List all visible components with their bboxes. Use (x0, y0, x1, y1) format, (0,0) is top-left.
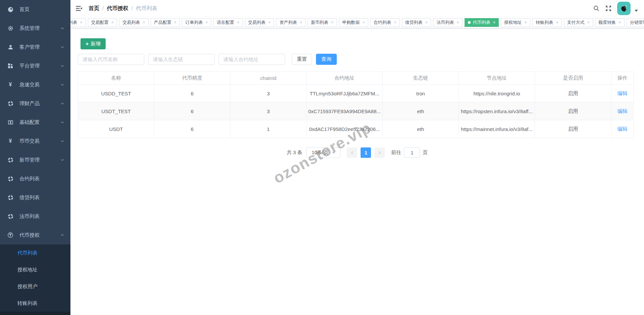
cell-eco-chain: tron (383, 85, 459, 102)
sidebar-item-base-config[interactable]: 基础配置 (0, 113, 70, 132)
sidebar-item-loan-list[interactable]: 借贷列表 (0, 188, 70, 207)
close-icon[interactable] (457, 20, 459, 25)
edit-link[interactable]: 编辑 (618, 126, 628, 132)
page-size-select[interactable]: 10条/页 (306, 147, 340, 158)
cell-chainid: 3 (230, 102, 307, 120)
tab-item[interactable]: 新币列表 (308, 18, 337, 27)
sidebar-item-wealth[interactable]: 理财产品 (0, 94, 70, 113)
close-icon[interactable] (556, 20, 558, 25)
contract-address-input[interactable] (219, 54, 285, 65)
close-icon[interactable] (493, 20, 496, 25)
avatar[interactable] (617, 2, 631, 15)
tab-item[interactable]: 借贷列表 (402, 18, 431, 27)
search-icon[interactable] (593, 5, 600, 12)
tab-label: 转账列表 (536, 19, 553, 26)
tab-item[interactable]: 申购数据 (339, 18, 368, 27)
search-button[interactable]: 查询 (316, 54, 337, 65)
close-icon[interactable] (425, 20, 428, 25)
edit-link[interactable]: 编辑 (618, 90, 628, 96)
navbar: 首页 / 代币授权 / 代币列表 (70, 0, 644, 17)
sidebar-subitem-auth-address[interactable]: 授权地址 (0, 261, 70, 278)
tab-item[interactable]: 资产列表 (276, 18, 306, 27)
close-icon[interactable] (331, 20, 334, 25)
close-icon[interactable] (111, 20, 114, 25)
sidebar-item-label: 理财产品 (19, 100, 60, 107)
add-button[interactable]: 新增 (80, 38, 106, 49)
chevron-down-icon (60, 120, 64, 124)
close-icon[interactable] (619, 20, 621, 25)
sidebar-item-home[interactable]: 首页 (0, 0, 70, 19)
tab-item[interactable]: 订单列表 (182, 18, 211, 27)
goto-label: 前往 (391, 149, 401, 156)
sidebar-item-platform[interactable]: 平台管理 (0, 56, 70, 75)
token-name-input[interactable] (78, 54, 144, 65)
tab-item[interactable]: 支付方式 (564, 18, 593, 27)
sidebar-submenu: 代币列表 授权地址 授权用户 转账列表 (0, 244, 70, 312)
close-icon[interactable] (205, 20, 208, 25)
sidebar-subitem-label: 授权用户 (17, 283, 64, 290)
reset-button[interactable]: 重置 (292, 54, 312, 65)
edit-link[interactable]: 编辑 (618, 108, 628, 114)
breadcrumb-home[interactable]: 首页 (89, 5, 99, 12)
tab-item[interactable]: 授权地址 (501, 18, 530, 27)
table-row: USDT_TEST 6 3 0xC715937FE93A994DE9A88...… (78, 102, 634, 120)
table-header-row: 名称 代币精度 chainId 合约地址 生态链 节点地址 是否启用 操作 (78, 72, 634, 85)
sidebar-item-system[interactable]: 系统管理 (0, 19, 70, 38)
tab-item[interactable]: 产品配置 (151, 18, 180, 27)
tab-item[interactable]: 交易配置 (88, 18, 117, 27)
sidebar-item-customers[interactable]: 客户管理 (0, 38, 70, 56)
component-icon (7, 176, 13, 182)
cell-precision: 6 (154, 102, 230, 120)
sidebar-item-contract-list[interactable]: 合约列表 (0, 169, 70, 188)
close-icon[interactable] (394, 20, 396, 25)
page-1-button[interactable]: 1 (361, 147, 371, 158)
breadcrumb: 首页 / 代币授权 / 代币列表 (89, 5, 157, 12)
tab-item[interactable]: 列表 (70, 18, 86, 27)
sidebar-item-fast-trade[interactable]: ¥ 急速交易 (0, 75, 70, 94)
close-icon[interactable] (300, 20, 302, 25)
goto-page-input[interactable] (404, 147, 420, 158)
navbar-right (593, 2, 638, 15)
next-page-button[interactable] (374, 147, 385, 158)
tab-item-active[interactable]: 代币列表 (465, 18, 499, 27)
close-icon[interactable] (268, 20, 271, 25)
tab-item[interactable]: 交易列表 (119, 18, 149, 27)
tab-item[interactable]: 转账列表 (532, 18, 562, 27)
hamburger-icon[interactable] (75, 5, 83, 12)
close-icon[interactable] (80, 20, 83, 25)
cell-name: USDT (78, 120, 154, 138)
sidebar-subitem-transfer-list[interactable]: 转账列表 (0, 295, 70, 312)
sidebar-item-new-coin[interactable]: 新币管理 (0, 150, 70, 169)
tab-item[interactable]: 额度转换 (595, 18, 625, 27)
sidebar-item-coin-trade[interactable]: ¥ 币币交易 (0, 132, 70, 150)
close-icon[interactable] (524, 20, 527, 25)
breadcrumb-token-auth[interactable]: 代币授权 (107, 5, 128, 12)
caret-down-icon[interactable] (635, 10, 638, 12)
sidebar-item-token-auth[interactable]: 代币授权 (0, 226, 70, 244)
close-icon[interactable] (143, 20, 145, 25)
close-icon[interactable] (362, 20, 365, 25)
sidebar-item-fiat-list[interactable]: 法币列表 (0, 207, 70, 226)
tab-item[interactable]: 法币列表 (433, 18, 463, 27)
prev-page-button[interactable] (347, 147, 357, 158)
tab-item[interactable]: 合约列表 (370, 18, 400, 27)
tab-label: 资产列表 (279, 19, 297, 26)
cell-contract: 0xdAC17F958D2ee523a2206... (307, 120, 383, 138)
sidebar-subitem-auth-user[interactable]: 授权用户 (0, 278, 70, 295)
pagination: 共 3 条 10条/页 1 前往 页 (78, 147, 637, 158)
tab-item[interactable]: 交易列表 (245, 18, 274, 27)
eco-chain-input[interactable] (148, 54, 215, 65)
col-contract: 合约地址 (307, 72, 383, 85)
component-icon (7, 157, 13, 163)
cell-precision: 6 (154, 120, 230, 138)
close-icon[interactable] (174, 20, 177, 25)
tab-item[interactable]: 分销管理 (627, 18, 644, 27)
tether-icon (7, 232, 13, 238)
close-icon[interactable] (587, 20, 590, 25)
fullscreen-icon[interactable] (605, 5, 612, 12)
sidebar-subitem-token-list[interactable]: 代币列表 (0, 244, 70, 261)
close-icon[interactable] (237, 20, 239, 25)
tab-item[interactable]: 语言配置 (213, 18, 243, 27)
pagination-total: 共 3 条 (287, 149, 303, 156)
chevron-up-icon (60, 233, 64, 237)
